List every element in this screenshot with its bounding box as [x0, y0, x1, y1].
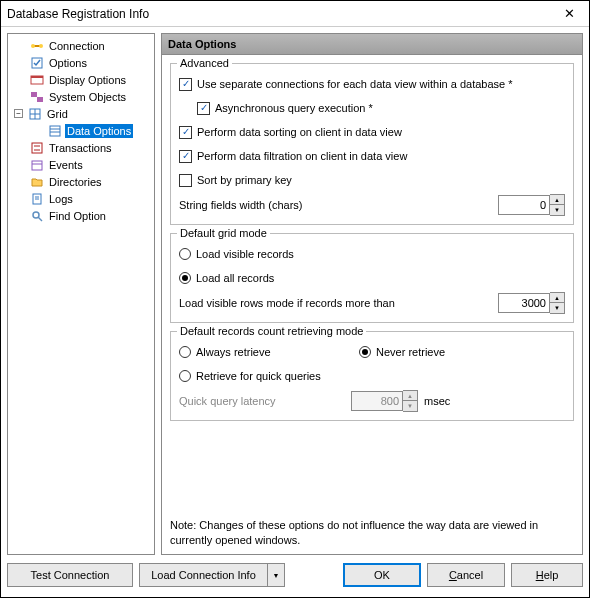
note-text: Note: Changes of these options do not in… — [170, 514, 574, 550]
rows-more-label: Load visible rows mode if records more t… — [179, 297, 395, 309]
string-width-row: String fields width (chars) ▲▼ — [179, 194, 565, 216]
options-icon — [30, 56, 44, 70]
panel-header: Data Options — [161, 33, 583, 55]
titlebar: Database Registration Info ✕ — [1, 1, 589, 27]
string-width-label: String fields width (chars) — [179, 199, 303, 211]
radio-never-retrieve[interactable]: Never retrieve — [359, 346, 445, 358]
group-retrieve: Default records count retrieving mode Al… — [170, 331, 574, 421]
cancel-button[interactable]: Cancel — [427, 563, 505, 587]
spinner-up-icon: ▲ — [403, 391, 417, 401]
data-options-icon — [48, 124, 62, 138]
latency-row: Quick query latency ▲▼ msec — [179, 390, 565, 412]
directories-icon — [30, 175, 44, 189]
help-button[interactable]: Help — [511, 563, 583, 587]
close-button[interactable]: ✕ — [555, 4, 583, 24]
svg-rect-5 — [31, 76, 43, 78]
main-panel: Data Options Advanced ✓Use separate conn… — [161, 33, 583, 555]
spinner-down-icon[interactable]: ▼ — [550, 205, 564, 215]
spinner-down-icon[interactable]: ▼ — [550, 303, 564, 313]
dialog-window: Database Registration Info ✕ Connection … — [0, 0, 590, 598]
radio-icon — [179, 272, 191, 284]
radio-icon — [179, 248, 191, 260]
latency-label: Quick query latency — [179, 395, 351, 407]
svg-point-1 — [31, 44, 35, 48]
rows-more-input[interactable] — [498, 293, 550, 313]
tree-item-system-objects[interactable]: System Objects — [10, 88, 152, 105]
radio-icon — [179, 370, 191, 382]
svg-rect-11 — [50, 126, 60, 136]
latency-spinner: ▲▼ — [351, 390, 418, 412]
svg-line-21 — [38, 217, 42, 221]
radio-load-all[interactable]: Load all records — [179, 268, 565, 288]
tree-item-connection[interactable]: Connection — [10, 37, 152, 54]
logs-icon — [30, 192, 44, 206]
svg-rect-14 — [32, 143, 42, 153]
rows-more-spinner[interactable]: ▲▼ — [498, 292, 565, 314]
window-title: Database Registration Info — [7, 7, 555, 21]
chevron-down-icon: ▼ — [273, 572, 280, 579]
panel-body: Advanced ✓Use separate connections for e… — [161, 55, 583, 555]
button-bar: Test Connection Load Connection Info ▼ O… — [1, 555, 589, 597]
group-title-advanced: Advanced — [177, 57, 232, 69]
collapse-icon[interactable]: − — [14, 109, 23, 118]
load-connection-split: Load Connection Info ▼ — [139, 563, 285, 587]
tree-item-grid[interactable]: −Grid — [10, 105, 152, 122]
content-area: Connection Options Display Options Syste… — [1, 27, 589, 555]
radio-load-visible[interactable]: Load visible records — [179, 244, 565, 264]
tree-item-transactions[interactable]: Transactions — [10, 139, 152, 156]
tree-item-options[interactable]: Options — [10, 54, 152, 71]
radio-retrieve-quick[interactable]: Retrieve for quick queries — [179, 366, 565, 386]
find-icon — [30, 209, 44, 223]
tree-item-events[interactable]: Events — [10, 156, 152, 173]
tree-item-data-options[interactable]: Data Options — [10, 122, 152, 139]
checkbox-icon: ✓ — [179, 126, 192, 139]
radio-icon — [359, 346, 371, 358]
connection-icon — [30, 39, 44, 53]
check-perform-filter[interactable]: ✓Perform data filtration on client in da… — [179, 146, 565, 166]
check-sort-pk[interactable]: Sort by primary key — [179, 170, 565, 190]
spinner-down-icon: ▼ — [403, 401, 417, 411]
retrieve-row-1: Always retrieve Never retrieve — [179, 342, 565, 362]
svg-rect-7 — [37, 97, 43, 102]
tree-item-display-options[interactable]: Display Options — [10, 71, 152, 88]
group-default-grid: Default grid mode Load visible records L… — [170, 233, 574, 323]
spinner-up-icon[interactable]: ▲ — [550, 293, 564, 303]
load-connection-dropdown[interactable]: ▼ — [267, 563, 285, 587]
events-icon — [30, 158, 44, 172]
check-perform-sort[interactable]: ✓Perform data sorting on client in data … — [179, 122, 565, 142]
radio-icon — [179, 346, 191, 358]
svg-rect-15 — [32, 161, 42, 170]
checkbox-icon — [179, 174, 192, 187]
group-title-grid: Default grid mode — [177, 227, 270, 239]
checkbox-icon: ✓ — [179, 150, 192, 163]
ok-button[interactable]: OK — [343, 563, 421, 587]
svg-point-2 — [39, 44, 43, 48]
checkbox-icon: ✓ — [179, 78, 192, 91]
grid-icon — [28, 107, 42, 121]
string-width-spinner[interactable]: ▲▼ — [498, 194, 565, 216]
tree-item-directories[interactable]: Directories — [10, 173, 152, 190]
system-objects-icon — [30, 90, 44, 104]
group-title-retrieve: Default records count retrieving mode — [177, 325, 366, 337]
display-options-icon — [30, 73, 44, 87]
latency-input — [351, 391, 403, 411]
test-connection-button[interactable]: Test Connection — [7, 563, 133, 587]
nav-tree[interactable]: Connection Options Display Options Syste… — [7, 33, 155, 555]
checkbox-icon: ✓ — [197, 102, 210, 115]
tree-item-find-option[interactable]: Find Option — [10, 207, 152, 224]
load-connection-button[interactable]: Load Connection Info — [139, 563, 267, 587]
check-separate-connections[interactable]: ✓Use separate connections for each data … — [179, 74, 565, 94]
spinner-up-icon[interactable]: ▲ — [550, 195, 564, 205]
transactions-icon — [30, 141, 44, 155]
radio-always-retrieve[interactable]: Always retrieve — [179, 346, 359, 358]
group-advanced: Advanced ✓Use separate connections for e… — [170, 63, 574, 225]
rows-more-row: Load visible rows mode if records more t… — [179, 292, 565, 314]
latency-unit: msec — [424, 395, 450, 407]
svg-rect-6 — [31, 92, 37, 97]
string-width-input[interactable] — [498, 195, 550, 215]
check-async-query[interactable]: ✓Asynchronous query execution * — [197, 98, 565, 118]
tree-item-logs[interactable]: Logs — [10, 190, 152, 207]
